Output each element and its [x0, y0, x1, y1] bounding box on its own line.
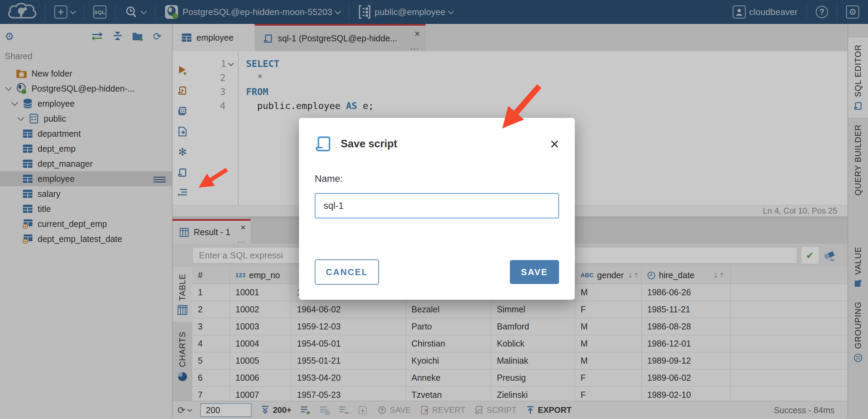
script-name-input[interactable]: [315, 193, 559, 218]
save-script-dialog: Save script × Name: CANCEL SAVE: [299, 118, 575, 300]
save-button[interactable]: SAVE: [510, 260, 559, 284]
cancel-button[interactable]: CANCEL: [315, 259, 379, 285]
cloudbeaver-app: SQL P: [0, 0, 868, 419]
name-label: Name:: [315, 173, 559, 184]
close-icon[interactable]: ×: [550, 138, 559, 150]
script-icon: [315, 134, 333, 153]
dialog-title: Save script: [341, 138, 397, 150]
